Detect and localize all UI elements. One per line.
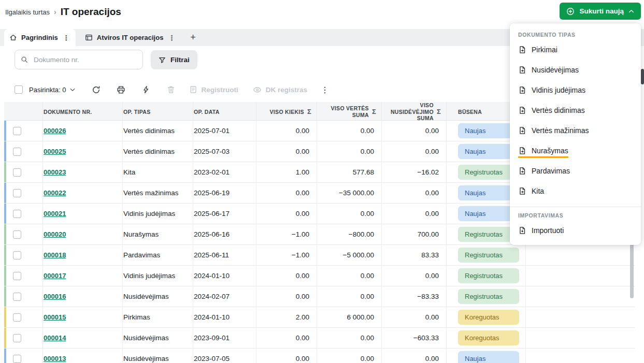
- row-checkbox[interactable]: [13, 272, 21, 280]
- total-value-cell: 577.68: [317, 162, 382, 182]
- document-number-link[interactable]: 000023: [44, 168, 66, 176]
- row-checkbox[interactable]: [13, 293, 21, 301]
- document-number-link[interactable]: 000013: [44, 355, 66, 362]
- total-value-cell: 0.00: [317, 141, 382, 162]
- status-badge: Registruotas: [458, 268, 519, 283]
- menu-item-vertės-mažinimas[interactable]: Vertės mažinimas: [510, 122, 641, 142]
- menu-item-importuoti[interactable]: Importuoti: [510, 222, 641, 242]
- document-number-cell: 000014: [43, 328, 123, 348]
- document-import-icon: [518, 226, 526, 235]
- row-checkbox[interactable]: [13, 189, 21, 197]
- menu-item-label: Vertės didinimas: [532, 106, 585, 115]
- row-checkbox[interactable]: [13, 230, 21, 239]
- document-number-link[interactable]: 000016: [44, 293, 66, 300]
- selected-count-dropdown[interactable]: Pasirinkta: 0: [29, 86, 75, 94]
- total-depreciation-cell: 0.00: [382, 121, 447, 141]
- document-number-cell: 000013: [43, 349, 123, 363]
- table-row-000018[interactable]: 000018 Pardavimas 2025-06-11 −1.00 −5 00…: [4, 245, 635, 266]
- menu-divider: [510, 207, 641, 207]
- document-number-link[interactable]: 000014: [44, 334, 66, 342]
- empty-cell: [526, 328, 635, 348]
- sigma-icon[interactable]: Σ: [307, 108, 311, 116]
- row-checkbox[interactable]: [13, 334, 21, 342]
- dropdown-item-list: Pirkimai Nusidėvėjimas Vidinis judėjimas…: [510, 41, 641, 202]
- tab-atviros-it-operacijos[interactable]: Atviros IT operacijos ⋮: [80, 29, 181, 46]
- table-row-000015[interactable]: 000015 Pirkimas 2024-01-10 2.00 6 000.00…: [4, 307, 635, 328]
- document-number-link[interactable]: 000025: [44, 148, 66, 155]
- document-number-cell: 000020: [43, 224, 123, 244]
- menu-item-pirkimai[interactable]: Pirkimai: [510, 41, 641, 61]
- print-button[interactable]: [112, 81, 130, 98]
- row-checkbox-cell: [4, 162, 43, 182]
- tab-label: Pagrindinis: [21, 34, 58, 41]
- row-checkbox[interactable]: [13, 168, 21, 177]
- search-icon: [21, 56, 28, 63]
- document-number-link[interactable]: 000022: [44, 189, 66, 197]
- row-checkbox[interactable]: [13, 210, 21, 218]
- quick-action-button[interactable]: [137, 81, 155, 98]
- column-header-op-tipas[interactable]: OP. TIPAS: [123, 102, 193, 122]
- breadcrumb-parent[interactable]: Ilgalaikis turtas: [5, 8, 50, 16]
- op-date-cell: 2025-06-16: [193, 224, 256, 244]
- document-number-link[interactable]: 000018: [44, 251, 66, 259]
- tab-menu-button[interactable]: ⋮: [62, 33, 70, 42]
- filter-button[interactable]: Filtrai: [151, 50, 197, 69]
- total-quantity-cell: 0.00: [256, 349, 317, 363]
- column-header-viso-nusidevejimo-suma[interactable]: VISO NUSIDĖVĖJIMO SUMAΣ: [382, 102, 447, 122]
- menu-item-kita[interactable]: Kita: [510, 182, 641, 202]
- printer-icon: [117, 85, 125, 94]
- sigma-icon[interactable]: Σ: [372, 108, 376, 116]
- menu-item-vidinis-judėjimas[interactable]: Vidinis judėjimas: [510, 81, 641, 101]
- filter-label: Filtrai: [170, 56, 190, 64]
- sigma-icon[interactable]: Σ: [437, 108, 441, 116]
- column-header-op-data[interactable]: OP. DATA: [193, 102, 256, 122]
- document-number-link[interactable]: 000015: [44, 313, 66, 321]
- op-type-cell: Vertės mažinimas: [123, 183, 193, 203]
- row-checkbox[interactable]: [13, 251, 21, 259]
- row-checkbox[interactable]: [13, 313, 21, 322]
- op-type-cell: Vertės didinimas: [123, 121, 193, 141]
- document-number-link[interactable]: 000026: [44, 127, 66, 135]
- total-quantity-cell: −1.00: [256, 224, 317, 244]
- document-number-link[interactable]: 000021: [44, 210, 66, 217]
- table-row-000013[interactable]: 000013 Nusidėvėjimas 2023-07-05 0.00 0.0…: [4, 349, 635, 363]
- page-scrollbar-thumb[interactable]: [641, 69, 644, 84]
- toolbar-more-button[interactable]: ⋮: [318, 85, 332, 95]
- menu-item-pardavimas[interactable]: Pardavimas: [510, 162, 641, 182]
- menu-section-document-type: DOKUMENTO TIPAS: [510, 27, 641, 41]
- top-bar: Ilgalaikis turtas › IT operacijos Sukurt…: [0, 0, 644, 23]
- row-checkbox-cell: [4, 349, 43, 363]
- document-number-link[interactable]: 000020: [44, 230, 66, 238]
- table-row-000017[interactable]: 000017 Vidinis judėjimas 2024-01-10 0.00…: [4, 266, 635, 286]
- status-cell: Naujas: [447, 349, 526, 363]
- tab-pagrindinis[interactable]: Pagrindinis ⋮: [4, 29, 76, 46]
- row-checkbox-cell: [4, 224, 43, 244]
- chevron-down-icon: [70, 88, 75, 92]
- document-number-link[interactable]: 000017: [44, 272, 66, 280]
- register-label: Registruoti: [202, 86, 238, 94]
- select-all-checkbox[interactable]: [15, 85, 23, 94]
- total-depreciation-cell: 0.00: [382, 183, 447, 203]
- total-value-cell: 0.00: [317, 286, 382, 307]
- column-header-viso-kiekis[interactable]: VISO KIEKISΣ: [256, 102, 317, 122]
- tab-menu-button[interactable]: ⋮: [167, 33, 176, 42]
- column-header-viso-vertes-suma[interactable]: VISO VERTĖS SUMAΣ: [317, 102, 382, 122]
- menu-item-nusidėvėjimas[interactable]: Nusidėvėjimas: [510, 61, 641, 81]
- menu-item-vertės-didinimas[interactable]: Vertės didinimas: [510, 101, 641, 122]
- document-number-cell: 000017: [43, 266, 123, 286]
- row-checkbox[interactable]: [13, 148, 21, 156]
- table-row-000016[interactable]: 000016 Nusidėvėjimas 2024-02-07 0.00 0.0…: [4, 286, 635, 307]
- menu-item-nurašymas[interactable]: Nurašymas: [510, 142, 641, 162]
- create-new-button[interactable]: Sukurti naują: [560, 3, 641, 20]
- add-tab-button[interactable]: +: [185, 29, 201, 46]
- menu-item-label: Pirkimai: [532, 45, 557, 54]
- table-row-000014[interactable]: 000014 Nusidėvėjimas 2023-09-01 0.00 0.0…: [4, 328, 635, 349]
- op-type-cell: Vidinis judėjimas: [123, 204, 193, 224]
- row-checkbox[interactable]: [13, 127, 21, 135]
- op-date-cell: 2025-06-11: [193, 245, 256, 265]
- column-header-dokumento-nr[interactable]: DOKUMENTO NR.: [43, 102, 123, 122]
- row-checkbox[interactable]: [13, 355, 21, 363]
- search-input[interactable]: [33, 55, 137, 64]
- total-value-cell: −35 000.00: [317, 183, 382, 203]
- refresh-button[interactable]: [88, 81, 105, 98]
